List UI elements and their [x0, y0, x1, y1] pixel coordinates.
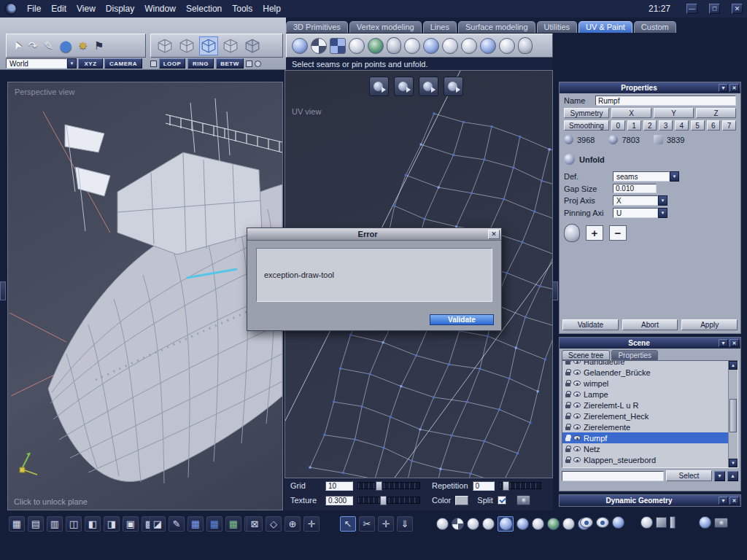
- hide-unselected-eye-icon[interactable]: [596, 517, 609, 528]
- loop-button[interactable]: LOOP: [159, 58, 185, 69]
- repetition-slider[interactable]: [499, 482, 541, 489]
- def-dropdown-arrow-icon[interactable]: ▼: [670, 171, 679, 182]
- name-input[interactable]: [595, 96, 736, 106]
- properties-panel-header[interactable]: Properties ▼ ✕: [560, 82, 740, 93]
- tab-scene-properties[interactable]: Properties: [611, 350, 658, 360]
- tree-item-selected[interactable]: Rumpf: [562, 432, 728, 443]
- perspective-viewport[interactable]: Perspective view Click to unlock plane: [7, 82, 283, 510]
- checker-sphere-tool-icon[interactable]: [311, 38, 327, 54]
- menu-tools[interactable]: Tools: [232, 4, 252, 14]
- menu-window[interactable]: Window: [144, 4, 176, 14]
- scrollbar-thumb[interactable]: [729, 399, 737, 432]
- select-arrow-tool-icon[interactable]: ➤: [10, 39, 24, 52]
- flag-tool-icon[interactable]: ⚑: [94, 40, 104, 51]
- brush-icon[interactable]: ✎: [169, 516, 185, 532]
- tree-item[interactable]: Zierelemt-L u R: [562, 400, 728, 411]
- lamp-tool-icon[interactable]: ✸: [79, 40, 88, 51]
- cut-icon[interactable]: ✂: [359, 516, 375, 532]
- smoothing-5-button[interactable]: 5: [691, 120, 705, 131]
- scene-pin-icon[interactable]: ▲: [727, 471, 738, 481]
- scene-dropdown-icon[interactable]: ▼: [714, 471, 725, 481]
- mini-shrink-icon[interactable]: [255, 61, 261, 67]
- uv-pack-icon[interactable]: [419, 77, 438, 96]
- menu-view[interactable]: View: [77, 4, 96, 14]
- pan-icon[interactable]: ✛: [303, 516, 320, 532]
- grid-slider-handle[interactable]: [376, 481, 382, 491]
- dynamic-geometry-header[interactable]: Dynamic Geometry ▼ ✕: [560, 495, 740, 506]
- smoothing-3-button[interactable]: 3: [659, 120, 673, 131]
- snapshot-camera-icon[interactable]: [516, 495, 530, 505]
- properties-apply-button[interactable]: Apply: [681, 319, 738, 330]
- lock-icon[interactable]: [565, 448, 570, 452]
- lock-icon[interactable]: [565, 383, 570, 386]
- head-material-tool-icon[interactable]: [387, 37, 401, 54]
- scene-filter-input[interactable]: [562, 471, 664, 481]
- pinning-axis-arrow-icon[interactable]: ▼: [658, 208, 667, 218]
- rotate-tool-icon[interactable]: ↷: [28, 40, 38, 51]
- tree-item[interactable]: Handlaeufe: [562, 360, 728, 367]
- proj-axis-arrow-icon[interactable]: ▼: [658, 195, 667, 206]
- wire-sphere-tool-icon[interactable]: [349, 38, 365, 54]
- uv-rotate-icon[interactable]: [369, 77, 389, 96]
- globe-tool-icon[interactable]: [368, 38, 384, 54]
- smoothing-button[interactable]: Smoothing: [564, 120, 609, 131]
- smoothing-4-button[interactable]: 4: [675, 120, 689, 131]
- world-dropdown[interactable]: World ▼: [6, 58, 77, 69]
- smoothing-7-button[interactable]: 7: [722, 120, 736, 131]
- ring-button[interactable]: RING: [187, 58, 214, 69]
- texture-input[interactable]: [325, 496, 353, 505]
- tab-utilities[interactable]: Utilities: [537, 21, 577, 33]
- close-button[interactable]: ✕: [732, 4, 743, 14]
- pen-tool-icon[interactable]: ✎: [44, 40, 53, 51]
- checker-map-blue-icon[interactable]: ▦: [187, 516, 204, 532]
- display-backface-icon[interactable]: [562, 518, 575, 530]
- bucket-fill-icon[interactable]: ◪: [150, 516, 166, 532]
- tree-item[interactable]: Lampe: [562, 389, 728, 400]
- scene-panel-header[interactable]: Scene ▼ ✕: [560, 338, 740, 349]
- eraser-tool-icon[interactable]: [499, 38, 515, 54]
- visibility-eye-icon[interactable]: [573, 370, 581, 375]
- lock-icon[interactable]: [565, 405, 570, 408]
- layout-right-icon[interactable]: ◨: [104, 516, 120, 532]
- texture-slider[interactable]: [357, 497, 420, 504]
- dyn-collapse-icon[interactable]: ▼: [719, 497, 728, 505]
- pin-tool-icon[interactable]: [404, 38, 420, 54]
- grid-slider[interactable]: [357, 482, 420, 489]
- smoothing-0-button[interactable]: 0: [611, 120, 625, 131]
- visibility-eye-icon[interactable]: [573, 424, 581, 429]
- tree-item[interactable]: wimpel: [562, 378, 728, 389]
- lock-icon[interactable]: [565, 394, 570, 397]
- tab-uv-paint[interactable]: UV & Paint: [578, 21, 632, 33]
- smoothing-6-button[interactable]: 6: [707, 120, 721, 131]
- visibility-eye-icon[interactable]: [573, 435, 581, 440]
- cube-all-icon[interactable]: [243, 36, 262, 55]
- mini-select-icon[interactable]: [150, 61, 157, 67]
- move-icon[interactable]: ✛: [378, 516, 394, 532]
- layout-split-v-icon[interactable]: ◫: [66, 516, 82, 532]
- properties-abort-button[interactable]: Abort: [622, 319, 678, 330]
- tree-item[interactable]: Klappen_steuerbord: [562, 454, 728, 465]
- display-ghost-icon[interactable]: [532, 518, 544, 530]
- visibility-eye-icon[interactable]: [573, 446, 581, 451]
- visibility-eye-icon[interactable]: [573, 402, 581, 408]
- cube-primitive-icon[interactable]: [656, 517, 667, 528]
- proj-axis-dropdown[interactable]: X ▼: [613, 195, 667, 206]
- layout-columns-icon[interactable]: ▥: [47, 516, 63, 532]
- pinning-axis-dropdown[interactable]: U ▼: [613, 208, 667, 218]
- sphere-primitive-icon[interactable]: [640, 516, 653, 529]
- visibility-eye-icon[interactable]: [573, 413, 581, 419]
- def-dropdown[interactable]: seams ▼: [613, 171, 679, 182]
- tree-scrollbar[interactable]: ▲ ▼: [728, 361, 738, 467]
- repetition-input[interactable]: [473, 481, 495, 491]
- dropdown-arrow-icon[interactable]: ▼: [67, 58, 77, 69]
- tab-scene-tree[interactable]: Scene tree: [562, 350, 610, 360]
- left-panel-collapse-handle[interactable]: [0, 281, 6, 300]
- project-tool-icon[interactable]: [461, 38, 477, 54]
- cube-loop-icon[interactable]: [177, 36, 196, 55]
- menu-file[interactable]: File: [27, 4, 41, 14]
- checker-map-dark-icon[interactable]: ▦: [206, 516, 222, 532]
- display-checker-icon[interactable]: [452, 518, 464, 530]
- show-all-eye-icon[interactable]: [580, 517, 593, 528]
- error-dialog-titlebar[interactable]: Error ✕: [247, 228, 501, 241]
- display-material-icon[interactable]: [547, 518, 560, 530]
